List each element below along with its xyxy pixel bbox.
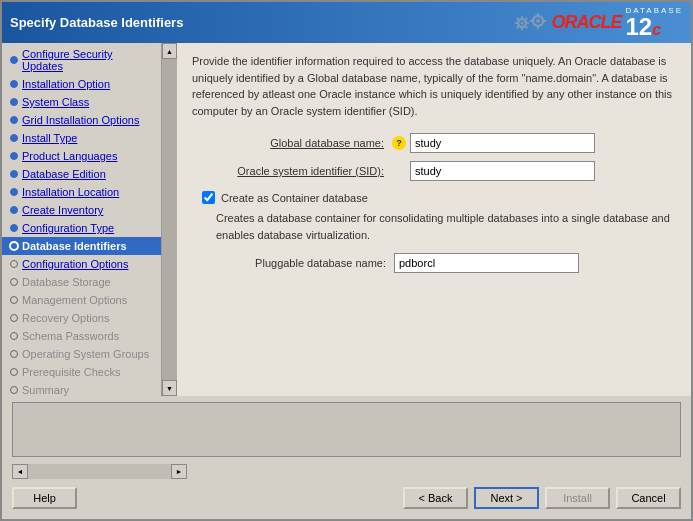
- sidebar-item-database-edition[interactable]: Database Edition: [2, 165, 161, 183]
- svg-rect-2: [521, 16, 523, 19]
- horizontal-scrollbar[interactable]: ◄ ►: [12, 463, 187, 479]
- sidebar-bullet: [10, 368, 18, 376]
- oracle-version-block: DATABASE 12 c: [626, 6, 684, 39]
- svg-rect-13: [537, 25, 539, 29]
- sidebar-link-system-class[interactable]: System Class: [22, 96, 89, 108]
- sidebar-bullet: [10, 134, 18, 142]
- svg-rect-12: [537, 13, 539, 17]
- sidebar-item-database-identifiers[interactable]: Database Identifiers: [2, 237, 161, 255]
- description-text: Provide the identifier information requi…: [192, 53, 676, 119]
- cancel-button[interactable]: Cancel: [616, 487, 681, 509]
- oracle-text: ORACLE: [552, 12, 622, 33]
- oracle-sid-input[interactable]: [410, 161, 595, 181]
- sidebar-bullet: [10, 332, 18, 340]
- svg-rect-4: [515, 22, 518, 24]
- oracle-branding: ORACLE DATABASE 12 c: [512, 6, 684, 39]
- sidebar-link-configure-security[interactable]: Configure Security Updates: [22, 48, 153, 72]
- oracle-sid-input-wrapper: [392, 161, 595, 181]
- sidebar-item-configuration-options[interactable]: Configuration Options: [2, 255, 161, 273]
- sidebar-label-schema-passwords: Schema Passwords: [22, 330, 119, 342]
- version-number: 12: [626, 15, 653, 39]
- scroll-up-button[interactable]: ▲: [162, 43, 177, 59]
- sidebar-item-system-class[interactable]: System Class: [2, 93, 161, 111]
- version-c: c: [652, 21, 661, 39]
- h-scroll-track: [28, 464, 171, 479]
- sidebar-bullet: [10, 224, 18, 232]
- sidebar-item-grid-installation[interactable]: Grid Installation Options: [2, 111, 161, 129]
- svg-rect-3: [521, 27, 523, 30]
- sidebar-item-product-languages[interactable]: Product Languages: [2, 147, 161, 165]
- sidebar-item-installation-location[interactable]: Installation Location: [2, 183, 161, 201]
- vertical-scrollbar[interactable]: ▲ ▼: [161, 43, 177, 396]
- sidebar-bullet: [10, 314, 18, 322]
- global-db-name-input-wrapper: ?: [392, 133, 595, 153]
- sidebar-label-management-options: Management Options: [22, 294, 127, 306]
- sidebar-link-database-edition[interactable]: Database Edition: [22, 168, 106, 180]
- global-db-name-row: Global database name: ?: [192, 133, 676, 153]
- sidebar-link-installation-location[interactable]: Installation Location: [22, 186, 119, 198]
- svg-rect-15: [542, 20, 546, 22]
- version-display: 12 c: [626, 15, 662, 39]
- svg-point-11: [536, 19, 540, 23]
- sidebar-link-install-type[interactable]: Install Type: [22, 132, 77, 144]
- sidebar-link-configuration-options[interactable]: Configuration Options: [22, 258, 128, 270]
- sidebar-label-summary: Summary: [22, 384, 69, 396]
- back-button[interactable]: < Back: [403, 487, 468, 509]
- sidebar: Configure Security Updates Installation …: [2, 43, 177, 396]
- sidebar-bullet: [10, 206, 18, 214]
- sidebar-link-product-languages[interactable]: Product Languages: [22, 150, 117, 162]
- scroll-down-button[interactable]: ▼: [162, 380, 177, 396]
- main-window: Specify Database Identifiers: [0, 0, 693, 521]
- sidebar-label-database-identifiers: Database Identifiers: [22, 240, 127, 252]
- horizontal-scroll-area: ◄ ►: [12, 463, 681, 479]
- install-button[interactable]: Install: [545, 487, 610, 509]
- sidebar-item-management-options: Management Options: [2, 291, 161, 309]
- container-description: Creates a database container for consoli…: [216, 210, 676, 243]
- help-button[interactable]: Help: [12, 487, 77, 509]
- oracle-sid-label: Oracle system identifier (SID):: [192, 165, 392, 177]
- sidebar-item-configuration-type[interactable]: Configuration Type: [2, 219, 161, 237]
- window-title: Specify Database Identifiers: [10, 15, 183, 30]
- title-bar: Specify Database Identifiers: [2, 2, 691, 43]
- content-panel: Provide the identifier information requi…: [177, 43, 691, 396]
- sidebar-items: Configure Security Updates Installation …: [2, 43, 161, 396]
- create-container-checkbox[interactable]: [202, 191, 215, 204]
- sidebar-item-create-inventory[interactable]: Create Inventory: [2, 201, 161, 219]
- sidebar-bullet: [10, 170, 18, 178]
- main-content: Configure Security Updates Installation …: [2, 43, 691, 396]
- oracle-logo: ORACLE DATABASE 12 c: [552, 6, 684, 39]
- create-container-label: Create as Container database: [221, 192, 368, 204]
- svg-point-1: [520, 21, 523, 24]
- sidebar-bullet: [10, 296, 18, 304]
- sidebar-item-configure-security[interactable]: Configure Security Updates: [2, 45, 161, 75]
- scroll-thumb[interactable]: [162, 59, 177, 380]
- pluggable-db-name-input[interactable]: [394, 253, 579, 273]
- global-db-name-input[interactable]: [410, 133, 595, 153]
- sidebar-link-create-inventory[interactable]: Create Inventory: [22, 204, 103, 216]
- next-button[interactable]: Next >: [474, 487, 539, 509]
- sidebar-bullet: [10, 350, 18, 358]
- output-box: [12, 402, 681, 457]
- h-scroll-right-button[interactable]: ►: [171, 464, 187, 479]
- svg-rect-14: [530, 20, 534, 22]
- pluggable-db-name-row: Pluggable database name:: [216, 253, 676, 273]
- sidebar-bullet: [10, 98, 18, 106]
- global-db-hint-icon: ?: [392, 136, 406, 150]
- sidebar-bullet: [10, 188, 18, 196]
- oracle-sid-label-text: Oracle system identifier (SID):: [237, 165, 384, 177]
- sidebar-link-installation-option[interactable]: Installation Option: [22, 78, 110, 90]
- pluggable-db-name-label: Pluggable database name:: [216, 257, 394, 269]
- sidebar-bullet: [10, 386, 18, 394]
- sidebar-label-database-storage: Database Storage: [22, 276, 111, 288]
- sidebar-label-operating-system-groups: Operating System Groups: [22, 348, 149, 360]
- h-scroll-left-button[interactable]: ◄: [12, 464, 28, 479]
- sidebar-link-configuration-type[interactable]: Configuration Type: [22, 222, 114, 234]
- sidebar-bullet: [10, 56, 18, 64]
- sidebar-bullet: [10, 152, 18, 160]
- sidebar-item-operating-system-groups: Operating System Groups: [2, 345, 161, 363]
- sidebar-item-schema-passwords: Schema Passwords: [2, 327, 161, 345]
- sidebar-item-installation-option[interactable]: Installation Option: [2, 75, 161, 93]
- sidebar-link-grid-installation[interactable]: Grid Installation Options: [22, 114, 139, 126]
- sidebar-item-install-type[interactable]: Install Type: [2, 129, 161, 147]
- sidebar-bullet: [10, 116, 18, 124]
